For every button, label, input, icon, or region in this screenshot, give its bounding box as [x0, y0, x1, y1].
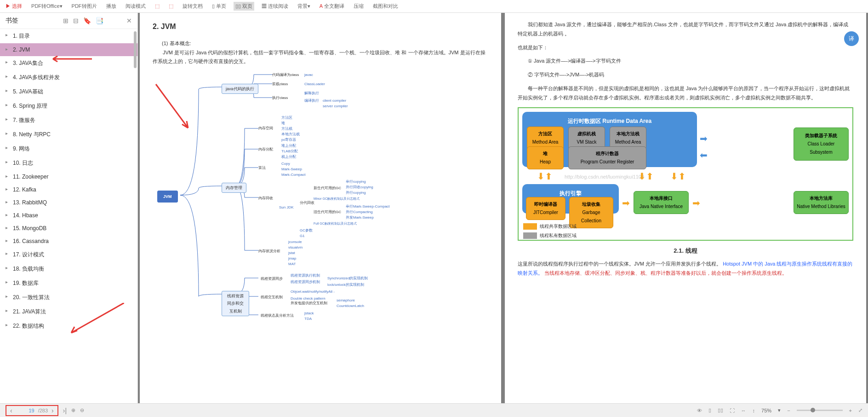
- page-right: 我们都知道 Java 源文件，通过编译器，能够生产相应的.Class 文件，也就…: [505, 13, 866, 403]
- bookmark-item[interactable]: 22. 数据结构: [0, 319, 137, 333]
- page-left: 2. JVM (1) 基本概念: JVM 是可运行 Java 代码的假想计算机，…: [140, 13, 501, 403]
- bookmark-item[interactable]: 7. 微服务: [0, 113, 137, 127]
- icon-btn[interactable]: ⬚: [167, 2, 175, 10]
- mindmap-node: java代码的执行: [222, 84, 258, 94]
- body-text: 这里所说的线程指程序执行过程中的一个线程实体。JVM 允许一个应用并发执行多个线…: [518, 260, 853, 278]
- screenshot-tool[interactable]: 截图和对比: [371, 2, 400, 11]
- sidebar-header: 书签 ⊞ ⊟ 🔖 📑 ✕: [0, 13, 137, 29]
- pdf2office-tool[interactable]: PDF转Office▾: [29, 2, 64, 11]
- bookmark-item[interactable]: 3. JAVA集合: [0, 56, 137, 70]
- status-bar: ‹ /283 › ›| ⊕ ⊖ 👁 ▯ ▯▯ ⛶ ↔ ↕ 75% ▾ − + ⤢: [0, 403, 868, 417]
- page-total: /283: [38, 408, 48, 413]
- fullscreen-icon[interactable]: ⛶: [730, 408, 735, 413]
- page-navigation: ‹ /283 ›: [6, 405, 58, 416]
- body-text: JVM 是可运行 Java 代码的假想计算机，包括一套字节码指令集、一组寄存器、…: [153, 48, 488, 67]
- singlepage-tool[interactable]: ▯ 单页: [210, 2, 228, 11]
- bookmark-icon[interactable]: 📑: [96, 17, 103, 24]
- doublepage-tool[interactable]: ▯▯ 双页: [234, 2, 254, 11]
- page-number-input[interactable]: [16, 408, 34, 413]
- bookmark-item[interactable]: 20. 一致性算法: [0, 290, 137, 305]
- bookmark-item[interactable]: 10. 日志: [0, 156, 137, 170]
- mindmap-node: 内存管理: [222, 183, 246, 193]
- bookmark-item[interactable]: 14. Hbase: [0, 209, 137, 222]
- body-text: 我们都知道 Java 源文件，通过编译器，能够生产相应的.Class 文件，也就…: [518, 20, 853, 39]
- subsection-label: (1) 基本概念:: [162, 39, 488, 48]
- bookmark-item[interactable]: 6. Spring 原理: [0, 99, 137, 113]
- close-icon[interactable]: ✕: [126, 17, 132, 24]
- readmode-tool[interactable]: 阅读模式: [124, 2, 148, 11]
- icon-btn[interactable]: ⬚: [153, 2, 161, 10]
- body-text: ① Java 源文件—->编译器—->字节码文件: [518, 57, 853, 66]
- bookmark-item[interactable]: 4. JAVA多线程并发: [0, 70, 137, 85]
- bookmark-sidebar: 书签 ⊞ ⊟ 🔖 📑 ✕ 1. 目录 2. JVM 3. JAVA集合 4. J…: [0, 13, 138, 403]
- translate-float-button[interactable]: 译: [844, 31, 859, 46]
- prev-page-icon[interactable]: ‹: [10, 407, 12, 414]
- bookmark-item[interactable]: 18. 负载均衡: [0, 262, 137, 276]
- body-text: ② 字节码文件—->JVM—->机器码: [518, 70, 853, 80]
- bookmark-item[interactable]: 5. JAVA基础: [0, 85, 137, 99]
- last-page-icon[interactable]: ›|: [63, 407, 67, 414]
- bookmark-item[interactable]: 12. Kafka: [0, 183, 137, 196]
- bookmark-item[interactable]: 13. RabbitMQ: [0, 196, 137, 209]
- bookmark-list: 1. 目录 2. JVM 3. JAVA集合 4. JAVA多线程并发 5. J…: [0, 29, 137, 403]
- bookmark-item[interactable]: 1. 目录: [0, 29, 137, 43]
- zoom-in-icon[interactable]: +: [849, 408, 852, 413]
- bookmark-item[interactable]: 11. Zookeeper: [0, 170, 137, 183]
- scrollbar[interactable]: [133, 29, 137, 403]
- rotate-tool[interactable]: 旋转文档: [181, 2, 205, 11]
- next-page-icon[interactable]: ›: [51, 407, 54, 414]
- expand-icon[interactable]: ⊞: [63, 17, 69, 24]
- background-tool[interactable]: 背景▾: [296, 2, 312, 11]
- bookmark-item[interactable]: 15. MongoDB: [0, 222, 137, 235]
- jvm-mindmap: JVM java代码的执行 代码编译为class javac 装载class C…: [153, 71, 488, 319]
- continuous-tool[interactable]: ☰ 连续阅读: [260, 2, 290, 11]
- compress-tool[interactable]: 压缩: [352, 2, 365, 11]
- bookmark-add-icon[interactable]: 🔖: [83, 17, 91, 24]
- section-title: 2. JVM: [153, 20, 488, 34]
- mindmap-node: 线程资源同步和交互机制: [222, 291, 249, 316]
- play-tool[interactable]: 播放: [104, 2, 118, 11]
- collapse-icon[interactable]: ⊟: [73, 17, 79, 24]
- add-page-icon[interactable]: ⊕: [71, 407, 75, 413]
- fulltrans-tool[interactable]: A 全文翻译: [318, 2, 346, 11]
- bookmark-item[interactable]: 2. JVM: [0, 43, 137, 56]
- select-tool[interactable]: ▶ 选择: [4, 2, 24, 11]
- pdf2img-tool[interactable]: PDF转图片: [70, 2, 99, 11]
- bookmark-item[interactable]: 16. Cassandra: [0, 235, 137, 248]
- body-text: 每一种平台的解释器是不同的，但是实现的虚拟机是相同的，这也就是 Java 为什么…: [518, 84, 853, 103]
- bookmark-item[interactable]: 8. Netty 与RPC: [0, 127, 137, 142]
- bookmark-item[interactable]: 17. 设计模式: [0, 248, 137, 262]
- document-content: 2. JVM (1) 基本概念: JVM 是可运行 Java 代码的假想计算机，…: [138, 13, 868, 403]
- bookmark-item[interactable]: 21. JAVA算法: [0, 305, 137, 319]
- expand-icon[interactable]: ⤢: [858, 407, 862, 413]
- top-toolbar: ▶ 选择 PDF转Office▾ PDF转图片 播放 阅读模式 ⬚ ⬚ 旋转文档…: [0, 0, 868, 13]
- subsection-title: 2.1. 线程: [518, 245, 853, 256]
- jvm-architecture-diagram: 运行时数据区 Runtime Data Area 方法区Method Area …: [518, 107, 853, 241]
- watermark: http://blog.csdn.net/luomingkui1109: [565, 173, 644, 182]
- bookmark-item[interactable]: 19. 数据库: [0, 276, 137, 290]
- zoom-out-icon[interactable]: −: [787, 408, 790, 413]
- layout-icon[interactable]: ▯: [708, 407, 711, 413]
- layout2-icon[interactable]: ▯▯: [718, 407, 723, 413]
- fit2-icon[interactable]: ↕: [753, 408, 755, 413]
- bookmark-item[interactable]: 9. 网络: [0, 142, 137, 156]
- zoom-slider[interactable]: [797, 410, 843, 411]
- body-text: 也就是如下：: [518, 43, 853, 52]
- fit-icon[interactable]: ↔: [741, 408, 746, 413]
- mindmap-root: JVM: [157, 191, 178, 203]
- zoom-level: 75%: [761, 408, 771, 413]
- remove-page-icon[interactable]: ⊖: [80, 407, 84, 413]
- view-icon[interactable]: 👁: [697, 408, 702, 413]
- sidebar-title: 书签: [6, 17, 18, 25]
